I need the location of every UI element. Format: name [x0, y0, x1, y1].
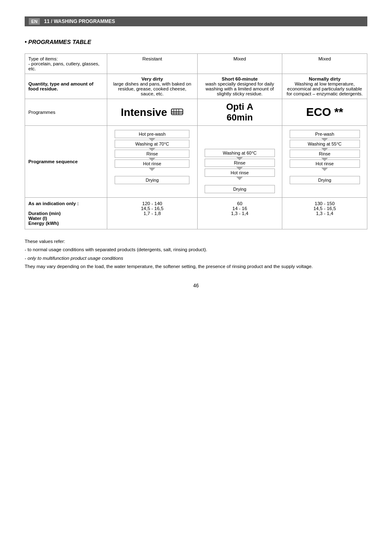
quantity-row: Quantity, type and amount of food residu… [25, 74, 367, 99]
sequence-row: Programme sequence Hot pre-wash Washing … [25, 126, 367, 198]
col2-type: Resistant [107, 54, 197, 74]
col2-programme: Intensive [107, 99, 197, 126]
col4-seq-2: Washing at 55°C [290, 140, 360, 148]
page-number: 46 [25, 283, 367, 289]
col4-seq-1: Pre-wash [290, 130, 360, 138]
intensive-icon [171, 107, 184, 117]
col3-indication: 60 14 - 16 1,3 - 1,4 [197, 198, 282, 229]
programmes-table: Type of items: - porcelain, pans, cutler… [25, 53, 367, 229]
col2-seq-1: Hot pre-wash [115, 130, 189, 138]
type-label: Type of items: - porcelain, pans, cutler… [25, 54, 107, 74]
col3-sequence: Washing at 60°C Rinse Hot rinse Drying [197, 126, 282, 198]
col2-sequence: Hot pre-wash Washing at 70°C Rinse Hot r… [107, 126, 197, 198]
col3-seq-3: Rinse [205, 159, 275, 167]
indication-label: As an indication only : Duration (min) W… [25, 198, 107, 229]
footer-notes: These values refer: - to normal usage co… [25, 238, 367, 271]
col3-seq-4: Hot rinse [205, 169, 275, 177]
section-title: • PROGRAMMES TABLE [25, 39, 367, 45]
footer-line2: - to normal usage conditions with separa… [25, 246, 367, 253]
col4-programme: ECO ** [282, 99, 367, 126]
col4-indication: 130 - 150 14,5 - 16,5 1,3 - 1,4 [282, 198, 367, 229]
col3-seq-2: Washing at 60°C [205, 149, 275, 157]
col2-seq-2: Washing at 70°C [115, 140, 189, 148]
col3-programme: Opti A 60min [197, 99, 282, 126]
footer-line3: - only to multifunction product usage co… [25, 254, 367, 262]
col2-qty: Very dirty large dishes and pans, with b… [107, 74, 197, 99]
col4-seq-3: Rinse [290, 150, 360, 158]
sequence-label: Programme sequence [25, 126, 107, 198]
type-row: Type of items: - porcelain, pans, cutler… [25, 54, 367, 74]
header-bar: EN 11 / WASHING PROGRAMMES [25, 16, 367, 26]
col2-seq-4: Hot rinse [115, 160, 189, 168]
header-title: 11 / WASHING PROGRAMMES [44, 18, 115, 24]
quantity-label: Quantity, type and amount of food residu… [25, 74, 107, 99]
col4-type: Mixed [282, 54, 367, 74]
footer-line4: They may vary depending on the load, the… [25, 263, 367, 270]
col4-qty: Normally dirty Washing at low temperatur… [282, 74, 367, 99]
indication-row: As an indication only : Duration (min) W… [25, 198, 367, 229]
col4-seq-4: Hot rinse [290, 160, 360, 168]
col3-type: Mixed [197, 54, 282, 74]
programmes-row: Programmes Intensive Opti A 60min [25, 99, 367, 126]
col2-seq-5: Drying [115, 176, 189, 184]
svg-rect-0 [171, 109, 183, 115]
col3-seq-5: Drying [205, 185, 275, 193]
col2-seq-3: Rinse [115, 150, 189, 158]
col2-indication: 120 - 140 14,5 - 16,5 1,7 - 1,8 [107, 198, 197, 229]
col4-sequence: Pre-wash Washing at 55°C Rinse Hot rinse… [282, 126, 367, 198]
col3-qty: Short 60-minute wash specially designed … [197, 74, 282, 99]
programmes-label: Programmes [25, 99, 107, 126]
language-label: EN [29, 18, 40, 25]
footer-line1: These values refer: [25, 238, 367, 245]
col4-seq-5: Drying [290, 176, 360, 184]
